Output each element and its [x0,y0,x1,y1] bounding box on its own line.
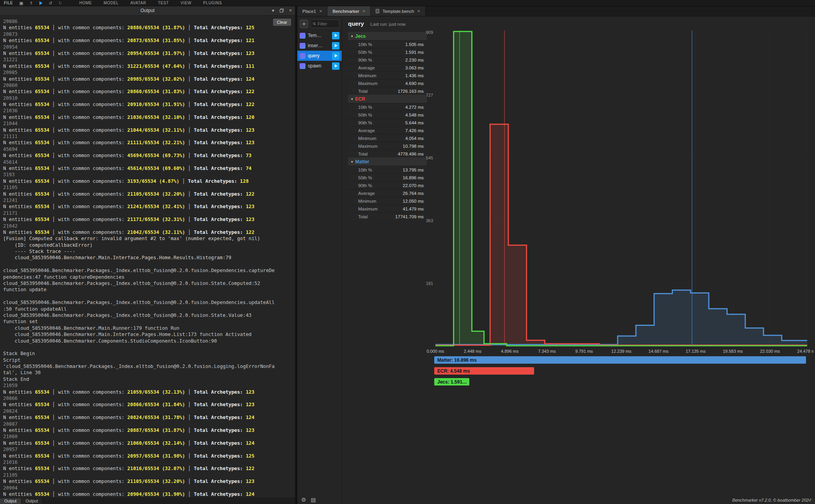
run-button[interactable] [332,32,339,39]
stats-group-header-ecr[interactable]: ▾ECR [348,95,427,103]
menu-tab-plugins[interactable]: PLUGINS [203,1,222,5]
console-text-segment: cloud_5853950046.Benchmarker.Packages._I… [3,313,252,318]
console-text-segment: Total Archetypes: [194,453,246,459]
menu-tab-avatar[interactable]: AVATAR [130,1,146,5]
publish-icon[interactable]: ⇑ [30,1,33,5]
play-triangle-icon [335,34,337,37]
stat-label: 90th % [358,58,372,62]
stat-row: 10th %1.505 ms [348,40,427,48]
console-text-segment: 73 [246,153,252,158]
stats-group-header-matter[interactable]: ▾Matter [348,157,427,166]
stat-value: 12.050 ms [403,199,424,203]
tab-place1[interactable]: Place1× [297,6,327,16]
tab-close-icon[interactable]: × [362,9,365,14]
console-text-segment: 45694 [3,147,18,152]
file-menu[interactable]: FILE [4,1,13,5]
settings-gear-icon[interactable]: ⚙ [301,497,306,503]
console-text-segment: │ [185,115,194,120]
list-item-spawn[interactable]: spawn [297,61,342,71]
bench-icon [300,43,305,49]
stat-label: 90th % [358,183,372,188]
output-panel: Output ▾ × 20886N entities 65534 │ with … [0,6,296,504]
console-line: cloud_5853950046.Benchmarker.Main.Interf… [3,255,295,261]
last-run-label: Last run: just now [370,22,405,27]
filter-box[interactable] [311,19,339,28]
console-text-segment: 65534 [35,191,49,197]
output-console[interactable]: 20886N entities 65534 │ with common comp… [0,16,295,498]
console-text-segment: 65534 [35,204,49,209]
console-text-segment: 65534 [35,492,49,497]
y-tick-label: 545 [426,156,433,160]
run-button[interactable] [332,42,339,50]
benchmark-list: Tem…inser…queryspawn [297,30,342,71]
run-button[interactable] [332,62,339,70]
chevron-down-icon: ▾ [351,160,353,164]
console-text-segment: N entities [3,25,35,30]
console-line: N entities 65534 │ with common component… [3,63,295,69]
chevron-down-icon[interactable]: ▾ [272,8,274,13]
console-line: ---- Stack trace ---- [3,248,295,255]
console-text-segment: 3193 [3,172,15,177]
console-text-segment: 21016/65534 (32.07%) [127,466,185,471]
console-text-segment: N entities [3,179,35,184]
console-text-segment: 125 [246,453,254,459]
output-dock-tab[interactable]: Output [0,498,21,504]
popout-icon[interactable] [279,8,284,13]
tab-template-bench[interactable]: Template.bench× [371,6,426,16]
console-line: 21105 [3,472,295,478]
menu-tab-view[interactable]: VIEW [181,1,192,5]
output-dock-tab[interactable]: Output [21,498,43,504]
tab-close-icon[interactable]: × [417,9,420,14]
console-text-segment: cloud_5853950046.Benchmarker.Packages._I… [3,268,275,273]
output-titlebar[interactable]: Output ▾ × [0,6,295,16]
console-text-segment: Total Archetypes: [194,479,246,484]
stat-label: 10th % [358,105,372,110]
console-text-segment: │ [185,466,194,471]
bench-icon [300,53,305,59]
console-text-segment: │ with common components: [49,51,127,56]
clear-button[interactable]: Clear [273,19,291,26]
stat-row: Average3.063 ms [348,64,427,71]
stat-value: 5.644 ms [405,120,424,125]
menu-tab-model[interactable]: MODEL [104,1,119,5]
menu-tab-test[interactable]: TEST [158,1,169,5]
close-icon[interactable]: × [289,8,292,13]
filter-input[interactable] [318,21,337,26]
console-text-segment: N entities [3,153,35,158]
menu-tab-home[interactable]: HOME [79,1,92,5]
benchmark-list-toolbar: + [297,16,342,30]
console-text-segment: 124 [246,492,254,497]
redo-icon[interactable]: ↻ [59,1,62,5]
tab-close-icon[interactable]: × [319,9,322,14]
play-icon[interactable] [39,1,43,5]
console-line: 21016 [3,459,295,465]
console-text-segment: 123 [246,51,254,56]
console-text-segment: Total Archetypes: [194,191,246,197]
legend-bar-label: Jecs: 1.591… [434,378,467,386]
console-text-segment: 21059/65534 (32.13%) [127,389,185,395]
docs-icon[interactable]: ▤ [311,497,316,503]
console-text-segment: Total Archetypes: [194,428,246,433]
resize-grip[interactable] [809,498,814,503]
save-icon[interactable]: ▣ [19,1,23,5]
console-line: Script [3,357,295,363]
run-button[interactable] [332,52,339,60]
tab-benchmarker[interactable]: Benchmarker× [327,6,371,16]
list-item-Tem[interactable]: Tem… [297,30,342,41]
stat-row: Average26.764 ms [348,189,427,197]
console-text-segment: │ [185,428,194,433]
console-text-segment: N entities [3,64,35,69]
stats-group-header-jecs[interactable]: ▾Jecs [348,32,427,40]
stat-label: 50th % [358,50,372,55]
console-text-segment: 21059 [3,383,18,388]
stat-value: 1.505 ms [405,42,424,47]
console-line: 45694 [3,146,295,152]
list-item-inser[interactable]: inser… [297,41,342,51]
console-text-segment: 122 [246,230,254,235]
undo-icon[interactable]: ↺ [49,1,52,5]
add-benchmark-button[interactable]: + [300,19,308,28]
x-tick-label: 24.478 ms [797,349,813,354]
list-item-query[interactable]: query [297,51,342,61]
console-text-segment: 65534 [35,127,49,133]
console-text-segment: 45614/65534 (69.60%) [127,166,185,171]
